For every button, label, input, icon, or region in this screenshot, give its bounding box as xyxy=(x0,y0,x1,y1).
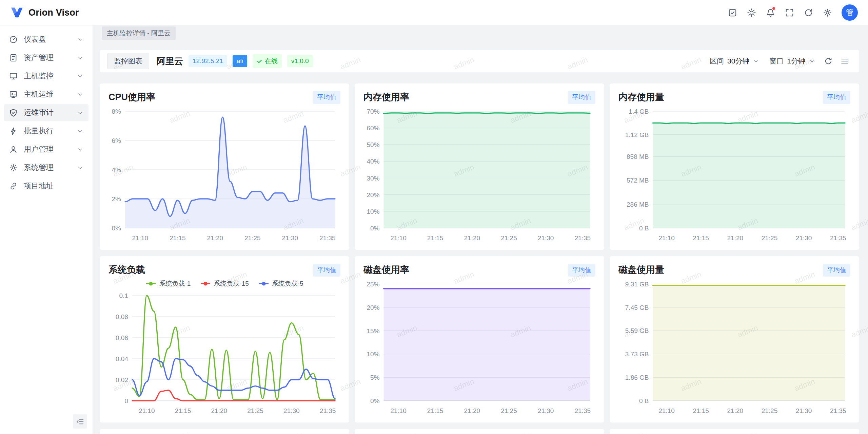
svg-text:4%: 4% xyxy=(112,166,121,173)
chevron-down-icon xyxy=(77,164,84,171)
fullscreen-button[interactable] xyxy=(781,4,797,21)
document-icon xyxy=(9,53,18,62)
check-square-button[interactable] xyxy=(724,4,741,21)
menu-fold-icon xyxy=(76,417,84,426)
expand-icon xyxy=(785,8,794,18)
sun-icon xyxy=(747,8,756,18)
sidebar-item-assets[interactable]: 资产管理 xyxy=(4,49,88,66)
gauge-icon xyxy=(9,35,18,44)
svg-text:21:15: 21:15 xyxy=(693,407,709,414)
svg-text:21:20: 21:20 xyxy=(727,234,744,242)
svg-text:572 MB: 572 MB xyxy=(627,177,649,184)
sidebar-item-project-link[interactable]: 项目地址 xyxy=(4,177,88,194)
svg-text:5%: 5% xyxy=(370,374,380,381)
svg-text:21:10: 21:10 xyxy=(139,407,155,414)
user-icon xyxy=(9,145,18,154)
breadcrumb-item[interactable]: 主机监控详情 - 阿里云 xyxy=(102,26,176,40)
chevron-down-icon xyxy=(77,91,84,98)
legend-item-load-15[interactable]: 系统负载-15 xyxy=(200,279,249,288)
collapse-sidebar-button[interactable] xyxy=(73,414,87,429)
chevron-down-icon xyxy=(77,128,84,135)
next-row-partial xyxy=(100,429,859,434)
chart-title: 系统负载 xyxy=(108,264,145,276)
memory-usage-percent-chart: 0%10%20%30%40%50%60%70%21:1021:1521:2021… xyxy=(363,105,595,244)
svg-text:40%: 40% xyxy=(367,158,379,165)
sidebar-item-host-monitoring[interactable]: 主机监控 xyxy=(4,68,88,84)
svg-text:6%: 6% xyxy=(112,137,121,144)
svg-text:9.31 GB: 9.31 GB xyxy=(625,281,649,288)
logo-icon xyxy=(10,6,24,19)
svg-text:0%: 0% xyxy=(370,225,380,232)
sidebar-item-user-management[interactable]: 用户管理 xyxy=(4,141,88,158)
main-content: 主机监控详情 - 阿里云 监控图表 阿里云 12.92.5.21 ali 在线 … xyxy=(93,25,868,434)
memory-usage-amount-chart: 0 B286 MB572 MB858 MB1.12 GB1.4 GB21:102… xyxy=(618,105,850,244)
chevron-down-icon xyxy=(77,109,84,116)
refresh-button[interactable] xyxy=(800,4,816,21)
svg-text:10%: 10% xyxy=(367,351,379,358)
chart-card-partial xyxy=(610,429,859,434)
chart-card-disk-usage-percent: 磁盘使用率 平均值 0%5%10%15%20%25%21:1021:1521:2… xyxy=(355,256,604,422)
legend-marker xyxy=(145,281,156,286)
svg-text:21:30: 21:30 xyxy=(538,234,554,242)
svg-text:21:25: 21:25 xyxy=(247,407,263,414)
svg-text:3.73 GB: 3.73 GB xyxy=(625,351,649,358)
svg-text:21:35: 21:35 xyxy=(320,407,336,414)
chart-title: 内存使用量 xyxy=(618,91,664,103)
app-name: Orion Visor xyxy=(28,7,79,18)
svg-text:0.06: 0.06 xyxy=(116,334,128,341)
check-square-icon xyxy=(728,8,737,18)
settings-button[interactable] xyxy=(819,4,835,21)
svg-text:21:20: 21:20 xyxy=(207,234,223,242)
legend-item-load-1[interactable]: 系统负载-1 xyxy=(145,279,191,288)
svg-text:21:20: 21:20 xyxy=(464,407,480,414)
monitor-chart-tab[interactable]: 监控图表 xyxy=(107,53,149,69)
svg-text:21:30: 21:30 xyxy=(796,407,812,414)
svg-text:858 MB: 858 MB xyxy=(627,153,649,160)
svg-text:70%: 70% xyxy=(367,108,379,115)
notifications-button[interactable] xyxy=(762,4,778,21)
interval-select[interactable]: 区间 30分钟 xyxy=(706,54,763,69)
sidebar-item-batch-exec[interactable]: 批量执行 xyxy=(4,122,88,139)
chart-title: CPU使用率 xyxy=(108,91,155,103)
svg-text:30%: 30% xyxy=(367,175,379,182)
svg-text:1.12 GB: 1.12 GB xyxy=(625,131,649,138)
charts-refresh-button[interactable] xyxy=(821,54,835,68)
user-avatar[interactable]: 管 xyxy=(842,4,858,21)
sidebar-item-host-ops[interactable]: 主机运维 xyxy=(4,86,88,103)
breadcrumb: 主机监控详情 - 阿里云 xyxy=(93,25,868,41)
svg-text:10%: 10% xyxy=(367,208,379,215)
legend-marker xyxy=(200,281,211,286)
chevron-down-icon xyxy=(809,58,815,64)
svg-text:25%: 25% xyxy=(367,281,379,288)
window-select[interactable]: 窗口 1分钟 xyxy=(765,54,819,69)
svg-text:21:10: 21:10 xyxy=(390,234,407,242)
chart-card-partial xyxy=(355,429,604,434)
svg-text:0%: 0% xyxy=(112,225,121,232)
svg-text:20%: 20% xyxy=(367,304,379,311)
svg-text:21:25: 21:25 xyxy=(501,407,517,414)
sidebar-item-ops-audit[interactable]: 运维审计 xyxy=(4,104,88,121)
svg-text:21:35: 21:35 xyxy=(319,234,336,242)
status-tag-label: 在线 xyxy=(265,57,278,65)
svg-text:0%: 0% xyxy=(370,397,380,404)
chart-layout-button[interactable] xyxy=(837,54,852,68)
host-status-tag: 在线 xyxy=(253,54,282,68)
svg-text:21:30: 21:30 xyxy=(283,407,300,414)
svg-text:1.4 GB: 1.4 GB xyxy=(629,108,649,115)
top-header: Orion Visor 管 xyxy=(0,0,868,25)
avg-value-tag: 平均值 xyxy=(568,264,595,277)
chart-legend: 系统负载-1 系统负载-15 系统负载-5 xyxy=(108,279,340,288)
sidebar-item-system-management[interactable]: 系统管理 xyxy=(4,159,88,176)
legend-item-load-5[interactable]: 系统负载-5 xyxy=(258,279,303,288)
svg-text:21:10: 21:10 xyxy=(390,407,407,414)
app-logo: Orion Visor xyxy=(10,6,79,19)
svg-text:21:25: 21:25 xyxy=(762,234,778,242)
svg-text:1.86 GB: 1.86 GB xyxy=(625,374,649,381)
chart-title: 内存使用率 xyxy=(363,91,409,103)
avg-value-tag: 平均值 xyxy=(823,91,850,104)
system-load-chart: 00.020.040.060.080.121:1021:1521:2021:25… xyxy=(108,289,340,417)
sidebar-item-dashboard[interactable]: 仪表盘 xyxy=(4,31,88,48)
svg-text:286 MB: 286 MB xyxy=(627,201,649,208)
theme-button[interactable] xyxy=(743,4,760,21)
svg-text:21:15: 21:15 xyxy=(175,407,191,414)
